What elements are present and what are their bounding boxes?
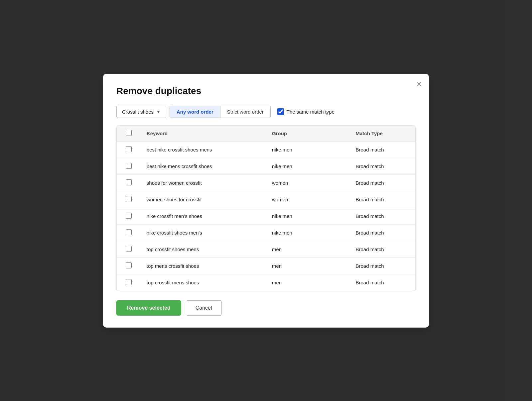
table-row: best nike mens crossfit shoesnike menBro… bbox=[117, 158, 415, 174]
row-group: nike men bbox=[266, 224, 349, 241]
row-keyword: top crossfit mens shoes bbox=[141, 274, 266, 291]
remove-selected-button[interactable]: Remove selected bbox=[116, 300, 181, 316]
row-group: nike men bbox=[266, 158, 349, 174]
word-order-group: Any word order Strict word order bbox=[170, 106, 271, 118]
row-checkbox-cell bbox=[117, 224, 141, 241]
row-checkbox-cell bbox=[117, 174, 141, 191]
row-checkbox-5[interactable] bbox=[126, 229, 132, 235]
row-checkbox-cell bbox=[117, 241, 141, 257]
row-match-type: Broad match bbox=[349, 274, 415, 291]
select-all-checkbox[interactable] bbox=[126, 130, 132, 136]
header-keyword: Keyword bbox=[141, 126, 266, 142]
row-match-type: Broad match bbox=[349, 158, 415, 174]
header-group: Group bbox=[266, 126, 349, 142]
same-match-type-label[interactable]: The same match type bbox=[277, 108, 334, 115]
row-group: women bbox=[266, 191, 349, 208]
table-row: top crossfit shoes mensmenBroad match bbox=[117, 241, 415, 257]
footer-row: Remove selected Cancel bbox=[116, 300, 416, 316]
row-checkbox-2[interactable] bbox=[126, 179, 132, 185]
table-row: women shoes for crossfitwomenBroad match bbox=[117, 191, 415, 208]
row-keyword: top crossfit shoes mens bbox=[141, 241, 266, 257]
table-row: nike crossfit shoes men'snike menBroad m… bbox=[117, 224, 415, 241]
table-row: shoes for women crossfitwomenBroad match bbox=[117, 174, 415, 191]
table-row: top crossfit mens shoesmenBroad match bbox=[117, 274, 415, 291]
row-match-type: Broad match bbox=[349, 141, 415, 158]
row-checkbox-1[interactable] bbox=[126, 163, 132, 169]
row-group: nike men bbox=[266, 141, 349, 158]
row-group: men bbox=[266, 241, 349, 257]
table-row: nike crossfit men's shoesnike menBroad m… bbox=[117, 208, 415, 224]
row-match-type: Broad match bbox=[349, 224, 415, 241]
chevron-down-icon: ▼ bbox=[156, 109, 161, 114]
row-checkbox-8[interactable] bbox=[126, 279, 132, 285]
controls-row: Crossfit shoes ▼ Any word order Strict w… bbox=[116, 106, 416, 118]
header-checkbox-cell bbox=[117, 126, 141, 142]
row-checkbox-cell bbox=[117, 257, 141, 274]
row-checkbox-0[interactable] bbox=[126, 146, 132, 152]
any-word-order-button[interactable]: Any word order bbox=[170, 106, 220, 118]
row-checkbox-cell bbox=[117, 158, 141, 174]
row-match-type: Broad match bbox=[349, 257, 415, 274]
row-keyword: top mens crossfit shoes bbox=[141, 257, 266, 274]
campaign-dropdown[interactable]: Crossfit shoes ▼ bbox=[116, 106, 166, 118]
row-checkbox-3[interactable] bbox=[126, 196, 132, 202]
header-match-type: Match Type bbox=[349, 126, 415, 142]
same-match-type-checkbox[interactable] bbox=[277, 108, 284, 115]
row-match-type: Broad match bbox=[349, 208, 415, 224]
keywords-table-wrap: Keyword Group Match Type best nike cross… bbox=[116, 125, 416, 291]
table-row: best nike crossfit shoes mensnike menBro… bbox=[117, 141, 415, 158]
row-group: women bbox=[266, 174, 349, 191]
row-group: men bbox=[266, 274, 349, 291]
row-group: nike men bbox=[266, 208, 349, 224]
row-checkbox-cell bbox=[117, 141, 141, 158]
keywords-table: Keyword Group Match Type best nike cross… bbox=[117, 126, 415, 291]
row-match-type: Broad match bbox=[349, 174, 415, 191]
table-row: top mens crossfit shoesmenBroad match bbox=[117, 257, 415, 274]
row-checkbox-cell bbox=[117, 191, 141, 208]
row-checkbox-cell bbox=[117, 208, 141, 224]
row-keyword: shoes for women crossfit bbox=[141, 174, 266, 191]
row-keyword: nike crossfit shoes men's bbox=[141, 224, 266, 241]
row-keyword: women shoes for crossfit bbox=[141, 191, 266, 208]
cancel-button[interactable]: Cancel bbox=[186, 300, 222, 316]
strict-word-order-button[interactable]: Strict word order bbox=[220, 106, 270, 118]
remove-duplicates-modal: × Remove duplicates Crossfit shoes ▼ Any… bbox=[103, 74, 429, 328]
table-body: best nike crossfit shoes mensnike menBro… bbox=[117, 141, 415, 291]
modal-overlay: × Remove duplicates Crossfit shoes ▼ Any… bbox=[0, 0, 532, 401]
row-match-type: Broad match bbox=[349, 191, 415, 208]
modal-title: Remove duplicates bbox=[116, 86, 416, 96]
row-match-type: Broad match bbox=[349, 241, 415, 257]
row-checkbox-7[interactable] bbox=[126, 262, 132, 268]
row-keyword: best nike crossfit shoes mens bbox=[141, 141, 266, 158]
table-header-row: Keyword Group Match Type bbox=[117, 126, 415, 142]
close-button[interactable]: × bbox=[417, 80, 422, 88]
row-keyword: nike crossfit men's shoes bbox=[141, 208, 266, 224]
same-match-type-text: The same match type bbox=[287, 109, 334, 115]
row-group: men bbox=[266, 257, 349, 274]
row-keyword: best nike mens crossfit shoes bbox=[141, 158, 266, 174]
row-checkbox-6[interactable] bbox=[126, 246, 132, 252]
row-checkbox-4[interactable] bbox=[126, 213, 132, 219]
campaign-dropdown-label: Crossfit shoes bbox=[122, 109, 154, 115]
row-checkbox-cell bbox=[117, 274, 141, 291]
